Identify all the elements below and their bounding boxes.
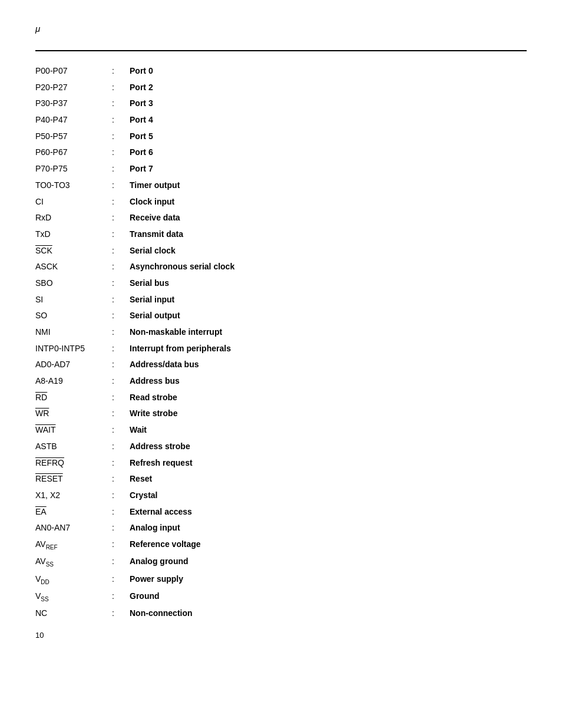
table-row: WAIT:Wait: [35, 422, 527, 439]
pin-description: Port 0: [130, 63, 527, 80]
table-row: P20-P27:Port 2: [35, 80, 527, 96]
pin-colon: :: [112, 308, 130, 324]
table-row: TO0-TO3:Timer output: [35, 177, 527, 194]
pin-colon: :: [112, 80, 130, 96]
table-row: AVSS:Analog ground: [35, 554, 527, 571]
pin-colon: :: [112, 324, 130, 341]
pin-description: Non-connection: [130, 605, 527, 622]
pin-colon: :: [112, 292, 130, 308]
pin-colon: :: [112, 63, 130, 80]
table-row: VDD:Power supply: [35, 571, 527, 588]
pin-colon: :: [112, 471, 130, 487]
pin-colon: :: [112, 406, 130, 422]
pin-description: Transmit data: [130, 226, 527, 243]
table-row: CI:Clock input: [35, 194, 527, 210]
pin-description: Serial input: [130, 292, 527, 308]
pin-description: Power supply: [130, 571, 527, 588]
pin-description: Address strobe: [130, 439, 527, 455]
pin-id: P40-P47: [35, 112, 112, 129]
page: μ P00-P07:Port 0P20-P27:Port 2P30-P37:Po…: [0, 0, 562, 657]
table-row: P40-P47:Port 4: [35, 112, 527, 129]
pin-id: WAIT: [35, 422, 112, 439]
pin-description: Serial output: [130, 308, 527, 324]
pin-colon: :: [112, 373, 130, 390]
pin-id: P00-P07: [35, 63, 112, 80]
page-header: μ: [35, 24, 527, 38]
pin-colon: :: [112, 605, 130, 622]
table-row: P50-P57:Port 5: [35, 129, 527, 145]
pin-id: P50-P57: [35, 129, 112, 145]
pin-description: Write strobe: [130, 406, 527, 422]
pin-id: ASTB: [35, 439, 112, 455]
pin-id: X1, X2: [35, 487, 112, 504]
pin-description: External access: [130, 504, 527, 521]
table-row: X1, X2:Crystal: [35, 487, 527, 504]
table-row: WR:Write strobe: [35, 406, 527, 422]
pin-colon: :: [112, 554, 130, 571]
table-row: AVREF:Reference voltage: [35, 536, 527, 554]
pin-id: RD: [35, 390, 112, 406]
pin-id: CI: [35, 194, 112, 210]
pin-description: Reset: [130, 471, 527, 487]
pin-colon: :: [112, 210, 130, 226]
table-row: ASCK:Asynchronous serial clock: [35, 259, 527, 275]
pin-id: RESET: [35, 471, 112, 487]
pin-colon: :: [112, 588, 130, 605]
pin-id: AN0-AN7: [35, 520, 112, 536]
table-row: SI:Serial input: [35, 292, 527, 308]
pin-description: Port 5: [130, 129, 527, 145]
table-row: NC:Non-connection: [35, 605, 527, 622]
table-row: RD:Read strobe: [35, 390, 527, 406]
pin-colon: :: [112, 275, 130, 292]
table-row: SCK:Serial clock: [35, 243, 527, 259]
table-row: TxD:Transmit data: [35, 226, 527, 243]
pin-colon: :: [112, 455, 130, 472]
pin-colon: :: [112, 161, 130, 177]
pin-id: REFRQ: [35, 455, 112, 472]
pin-description: Port 2: [130, 80, 527, 96]
mu-symbol: μ: [35, 24, 40, 34]
table-row: P00-P07:Port 0: [35, 63, 527, 80]
pin-colon: :: [112, 439, 130, 455]
pin-description: Port 7: [130, 161, 527, 177]
pin-description: Clock input: [130, 194, 527, 210]
pin-colon: :: [112, 243, 130, 259]
pin-id: P20-P27: [35, 80, 112, 96]
pin-colon: :: [112, 390, 130, 406]
pin-id: P60-P67: [35, 144, 112, 161]
pin-id: TO0-TO3: [35, 177, 112, 194]
table-row: RxD:Receive data: [35, 210, 527, 226]
pin-id: INTP0-INTP5: [35, 341, 112, 357]
table-row: RESET:Reset: [35, 471, 527, 487]
pin-id: RxD: [35, 210, 112, 226]
table-row: AD0-AD7:Address/data bus: [35, 357, 527, 373]
pin-colon: :: [112, 112, 130, 129]
pin-colon: :: [112, 571, 130, 588]
pin-colon: :: [112, 487, 130, 504]
pin-colon: :: [112, 129, 130, 145]
pin-colon: :: [112, 422, 130, 439]
pin-description: Asynchronous serial clock: [130, 259, 527, 275]
pin-colon: :: [112, 177, 130, 194]
pin-description: Interrupt from peripherals: [130, 341, 527, 357]
pin-id: AD0-AD7: [35, 357, 112, 373]
pin-table: P00-P07:Port 0P20-P27:Port 2P30-P37:Port…: [35, 63, 527, 622]
table-row: SBO:Serial bus: [35, 275, 527, 292]
table-row: VSS:Ground: [35, 588, 527, 605]
pin-id: SI: [35, 292, 112, 308]
table-row: A8-A19:Address bus: [35, 373, 527, 390]
pin-id: NMI: [35, 324, 112, 341]
pin-id: EA: [35, 504, 112, 521]
pin-colon: :: [112, 520, 130, 536]
pin-colon: :: [112, 259, 130, 275]
pin-id: VSS: [35, 588, 112, 605]
pin-id: P70-P75: [35, 161, 112, 177]
table-row: REFRQ:Refresh request: [35, 455, 527, 472]
pin-description: Non-maskable interrupt: [130, 324, 527, 341]
pin-colon: :: [112, 536, 130, 554]
pin-description: Address bus: [130, 373, 527, 390]
pin-id: WR: [35, 406, 112, 422]
pin-id: AVSS: [35, 554, 112, 571]
pin-description: Analog input: [130, 520, 527, 536]
pin-id: ASCK: [35, 259, 112, 275]
